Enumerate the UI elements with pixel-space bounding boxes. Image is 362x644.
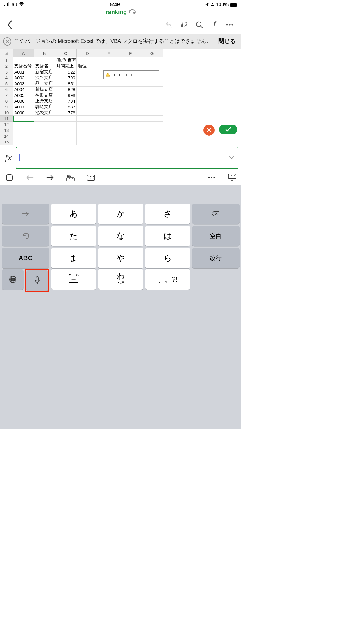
cell[interactable] (13, 133, 34, 139)
col-header-F[interactable]: F (120, 49, 141, 57)
cell[interactable]: 新宿支店 (34, 69, 55, 75)
key-abc[interactable]: ABC (2, 248, 49, 268)
cell[interactable] (120, 104, 141, 110)
cell[interactable] (98, 92, 120, 98)
fx-label[interactable]: ƒx (3, 147, 13, 169)
cell[interactable] (77, 116, 98, 122)
cell[interactable] (141, 122, 163, 127)
cell[interactable] (141, 104, 163, 110)
cell[interactable] (55, 127, 77, 133)
cell[interactable] (141, 81, 163, 87)
cell[interactable] (77, 87, 98, 92)
cell[interactable] (120, 139, 141, 145)
search-button[interactable] (192, 18, 207, 31)
cell[interactable] (77, 110, 98, 116)
row-header[interactable]: 11 (0, 116, 13, 122)
cell[interactable] (98, 81, 120, 87)
cell[interactable] (141, 98, 163, 104)
cell[interactable]: A003 (13, 81, 34, 87)
row-header[interactable]: 4 (0, 75, 13, 81)
row-header[interactable]: 1 (0, 57, 13, 63)
banner-close-button[interactable]: 閉じる (216, 36, 238, 46)
cell[interactable] (120, 81, 141, 87)
cell[interactable] (120, 57, 141, 63)
cell[interactable] (120, 110, 141, 116)
cell[interactable]: 794 (55, 98, 77, 104)
cell[interactable] (98, 127, 120, 133)
cell[interactable] (77, 69, 98, 75)
col-header-E[interactable]: E (98, 49, 120, 57)
row-header[interactable]: 2 (0, 63, 13, 69)
cell[interactable] (98, 104, 120, 110)
key-ka[interactable]: か (98, 204, 143, 224)
back-button[interactable] (4, 19, 16, 31)
cell[interactable] (55, 122, 77, 127)
cell[interactable] (77, 104, 98, 110)
cell[interactable] (98, 87, 120, 92)
col-header-A[interactable]: A (13, 49, 34, 57)
undo-button[interactable] (161, 18, 177, 31)
cell[interactable]: 851 (55, 81, 77, 87)
cell[interactable] (120, 127, 141, 133)
cell[interactable] (141, 139, 163, 145)
cell[interactable] (55, 139, 77, 145)
cell[interactable] (34, 57, 55, 63)
cell[interactable] (141, 57, 163, 63)
cell[interactable] (98, 98, 120, 104)
cell[interactable]: 渋谷支店 (34, 75, 55, 81)
cell[interactable] (77, 57, 98, 63)
cell[interactable] (77, 122, 98, 127)
key-a[interactable]: あ (51, 204, 96, 224)
cloud-sync-icon[interactable] (129, 9, 136, 15)
more-button[interactable] (222, 18, 237, 31)
cell[interactable] (120, 87, 141, 92)
error-popup[interactable]: □□□□□□□□ (103, 70, 159, 79)
cell[interactable]: 月間売上 (55, 63, 77, 69)
cell[interactable] (34, 139, 55, 145)
cell[interactable] (120, 133, 141, 139)
cell[interactable] (141, 92, 163, 98)
cell[interactable] (98, 63, 120, 69)
key-sa[interactable]: さ (145, 204, 190, 224)
row-header[interactable]: 13 (0, 127, 13, 133)
cell[interactable] (34, 133, 55, 139)
row-header[interactable]: 7 (0, 92, 13, 98)
cell[interactable]: 887 (55, 104, 77, 110)
hide-keyboard-button[interactable] (225, 172, 239, 183)
cell[interactable] (120, 122, 141, 127)
number-keyboard-button[interactable]: 123 (64, 172, 78, 183)
cell[interactable]: 神田支店 (34, 92, 55, 98)
cell[interactable] (141, 127, 163, 133)
cell[interactable] (13, 122, 34, 127)
banner-dismiss-icon[interactable] (3, 37, 11, 46)
formula-input[interactable] (20, 155, 228, 161)
key-emoji[interactable]: ^_^— (51, 269, 96, 290)
cell[interactable] (141, 110, 163, 116)
col-header-B[interactable]: B (34, 49, 55, 57)
confirm-edit-button[interactable] (219, 125, 237, 134)
formula-input-container[interactable] (16, 147, 238, 169)
cell[interactable] (141, 63, 163, 69)
nav-prev-button[interactable] (23, 172, 37, 183)
row-header[interactable]: 5 (0, 81, 13, 87)
key-enter[interactable]: 改行 (192, 248, 240, 268)
row-header[interactable]: 15 (0, 139, 13, 145)
cell[interactable]: A005 (13, 92, 34, 98)
cell[interactable]: 799 (55, 75, 77, 81)
key-ma[interactable]: ま (51, 248, 96, 268)
text-keyboard-button[interactable] (84, 172, 98, 183)
cell[interactable]: 順位 (77, 63, 98, 69)
cell[interactable] (77, 139, 98, 145)
cell[interactable] (13, 139, 34, 145)
cell[interactable] (34, 122, 55, 127)
key-undo[interactable] (2, 226, 49, 246)
cell[interactable]: 池袋支店 (34, 110, 55, 116)
col-header-D[interactable]: D (77, 49, 98, 57)
cell[interactable] (34, 116, 55, 122)
cell[interactable]: 品川支店 (34, 81, 55, 87)
cell[interactable] (77, 92, 98, 98)
cell[interactable] (77, 75, 98, 81)
cell[interactable]: 998 (55, 92, 77, 98)
col-header-C[interactable]: C (55, 49, 77, 57)
cancel-edit-button[interactable] (203, 125, 215, 136)
